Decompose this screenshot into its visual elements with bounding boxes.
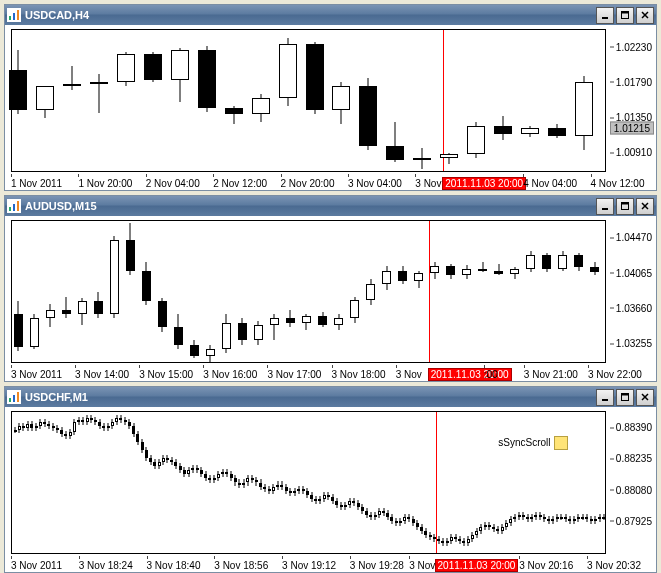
candlestick: [60, 412, 63, 553]
candlestick: [242, 412, 245, 553]
candlestick: [204, 412, 207, 553]
plot-area[interactable]: [11, 29, 606, 172]
candlestick: [454, 412, 457, 553]
candlestick: [285, 412, 288, 553]
candlestick: [190, 221, 199, 362]
plot-area[interactable]: [11, 220, 606, 363]
candlestick: [166, 412, 169, 553]
candlestick: [590, 221, 599, 362]
candlestick: [318, 221, 327, 362]
candlestick: [221, 412, 224, 553]
candlestick: [590, 412, 593, 553]
candlestick: [251, 412, 254, 553]
x-tick-label: 3 Nov 21:00: [524, 369, 578, 380]
candlestick: [513, 412, 516, 553]
candlestick: [136, 412, 139, 553]
y-tick-label: 0.88080: [616, 484, 652, 495]
candlestick: [382, 412, 385, 553]
candlestick: [471, 412, 474, 553]
candlestick: [102, 412, 105, 553]
candlestick: [206, 221, 215, 362]
candlestick: [494, 221, 503, 362]
minimize-button[interactable]: [596, 389, 614, 406]
titlebar[interactable]: USDCAD,H4: [5, 5, 656, 25]
maximize-button[interactable]: [616, 7, 634, 24]
candlestick: [575, 30, 593, 171]
candlestick: [488, 412, 491, 553]
candlestick: [255, 412, 258, 553]
candlestick: [467, 30, 485, 171]
candlestick: [213, 412, 216, 553]
chart-area[interactable]: sSyncScroll0.883900.882350.880800.879253…: [5, 407, 656, 572]
candlestick: [144, 30, 162, 171]
svg-rect-9: [13, 204, 15, 211]
candlestick: [26, 412, 29, 553]
candlestick: [542, 221, 551, 362]
titlebar[interactable]: AUDUSD,M15: [5, 196, 656, 216]
x-tick-label: 4 Nov 04:00: [523, 178, 577, 189]
maximize-button[interactable]: [616, 198, 634, 215]
app-icon: [7, 8, 21, 22]
svg-rect-2: [17, 10, 19, 20]
titlebar[interactable]: USDCHF,M1: [5, 387, 656, 407]
candlestick: [594, 412, 597, 553]
minimize-button[interactable]: [596, 198, 614, 215]
close-button[interactable]: [636, 198, 654, 215]
candlestick: [344, 412, 347, 553]
candlestick: [395, 412, 398, 553]
candlestick: [270, 221, 279, 362]
candlestick: [107, 412, 110, 553]
candlestick: [128, 412, 131, 553]
candlestick: [30, 412, 33, 553]
x-axis: 3 Nov 20113 Nov 14:003 Nov 15:003 Nov 16…: [11, 365, 604, 381]
svg-rect-18: [17, 392, 19, 402]
candlestick: [598, 412, 601, 553]
candlestick: [573, 412, 576, 553]
x-tick-label: 3 Nov 18:56: [214, 560, 268, 571]
candlestick: [286, 221, 295, 362]
candlestick: [369, 412, 372, 553]
candlestick: [314, 412, 317, 553]
candlestick: [361, 412, 364, 553]
candlestick: [174, 221, 183, 362]
candlestick: [153, 412, 156, 553]
x-tick-label: 3 Nov 2011: [11, 560, 62, 571]
close-button[interactable]: [636, 389, 654, 406]
candlestick: [433, 412, 436, 553]
close-button[interactable]: [636, 7, 654, 24]
x-tick-label: 3 Nov 18:24: [79, 560, 133, 571]
candlestick: [318, 412, 321, 553]
candlestick: [403, 412, 406, 553]
candlestick: [90, 30, 108, 171]
x-tick-label: 3 Nov 20:16: [519, 560, 573, 571]
x-tick-label: 1 Nov 2011: [11, 178, 62, 189]
chart-area[interactable]: 1.022301.017901.013501.012151.009101 Nov…: [5, 25, 656, 190]
y-tick-label: 1.04065: [616, 267, 652, 278]
x-tick-label: 3 Nov 19:12: [282, 560, 336, 571]
candlestick: [9, 30, 27, 171]
chart-window: USDCAD,H41.022301.017901.013501.012151.0…: [4, 4, 657, 191]
candlestick: [22, 412, 25, 553]
candlestick: [429, 412, 432, 553]
chart-area[interactable]: 1.044701.040651.036601.032553 Nov 20113 …: [5, 216, 656, 381]
candlestick: [94, 412, 97, 553]
candlestick: [280, 412, 283, 553]
candlestick: [73, 412, 76, 553]
svg-rect-1: [13, 13, 15, 20]
candlestick: [78, 221, 87, 362]
candlestick: [162, 412, 165, 553]
candlestick: [548, 30, 566, 171]
minimize-button[interactable]: [596, 7, 614, 24]
plot-area[interactable]: sSyncScroll: [11, 411, 606, 554]
window-title: AUDUSD,M15: [25, 200, 596, 212]
x-tick-sync-marker: 2011.11.03 20:00: [428, 368, 512, 381]
candlestick: [484, 412, 487, 553]
x-tick-label: 3 Nov: [409, 560, 435, 571]
candlestick: [115, 412, 118, 553]
candlestick: [43, 412, 46, 553]
x-tick-label: 1 Nov 20:00: [78, 178, 132, 189]
maximize-button[interactable]: [616, 389, 634, 406]
candlestick: [462, 412, 465, 553]
window-title: USDCHF,M1: [25, 391, 596, 403]
y-tick-current-price: 1.01215: [610, 121, 654, 134]
